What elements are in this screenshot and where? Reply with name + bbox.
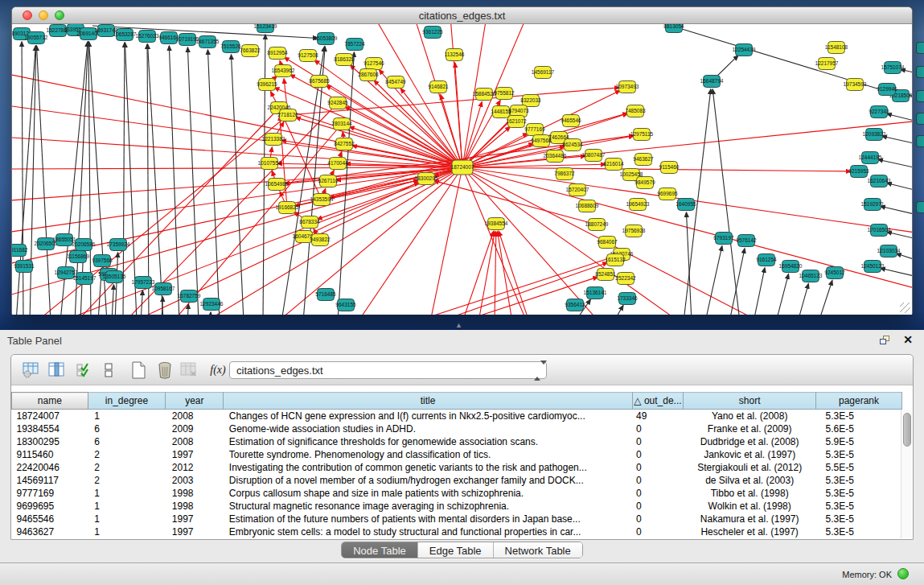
graph-node[interactable]: 10807487 <box>582 150 606 162</box>
table-row[interactable]: 977716911998Corpus callosum shape and si… <box>12 487 902 500</box>
column-header-year[interactable]: year <box>166 393 224 410</box>
graph-node[interactable]: 10465123 <box>799 270 823 282</box>
graph-node[interactable]: 16053809 <box>314 33 338 45</box>
graph-node[interactable]: 2522342 <box>615 273 636 285</box>
table-row[interactable]: 1938455462009Genome-wide association stu… <box>12 422 902 435</box>
graph-node[interactable]: 1448155 <box>491 106 511 118</box>
graph-node[interactable]: 10688609 <box>576 200 599 212</box>
graph-node[interactable]: 17359924 <box>107 239 130 251</box>
graph-node[interactable]: 17016504 <box>868 225 891 237</box>
table-row[interactable]: 969969511998Structural magnetic resonanc… <box>12 500 902 513</box>
graph-node[interactable]: 9227343 <box>869 106 889 118</box>
graph-node[interactable]: 9127508 <box>298 50 318 62</box>
scrollbar-thumb[interactable] <box>903 413 911 447</box>
window-resize-grip[interactable] <box>900 303 910 313</box>
graph-node[interactable]: 12213383 <box>262 134 285 146</box>
table-row[interactable]: 1872400712008Changes of HCN gene express… <box>12 410 902 423</box>
graph-node[interactable]: 15145197 <box>73 273 97 285</box>
graph-node[interactable]: 15123419 <box>254 24 277 33</box>
graph-node[interactable]: 9245012 <box>824 267 845 279</box>
graph-node[interactable]: 8912954 <box>267 47 288 60</box>
graph-node[interactable]: 9699695 <box>657 188 678 200</box>
graph-node[interactable]: 14671355 <box>196 36 220 48</box>
graph-node[interactable]: 9127546 <box>363 58 384 70</box>
column-header-name[interactable]: name <box>12 393 88 410</box>
graph-node[interactable]: 1733346 <box>617 293 638 305</box>
graph-node[interactable]: 10654985 <box>265 179 289 191</box>
vertical-scrollbar[interactable] <box>901 410 912 538</box>
graph-node[interactable]: 9356412 <box>565 299 585 311</box>
float-panel-icon[interactable] <box>880 336 891 346</box>
graph-node[interactable]: 7485083 <box>625 105 646 117</box>
graph-node[interactable]: 19384554 <box>485 218 508 230</box>
graph-node[interactable]: 16782759 <box>178 290 201 303</box>
graph-node[interactable]: 9391531 <box>14 261 35 273</box>
graph-node[interactable]: 9361225 <box>422 27 443 39</box>
graph-node[interactable]: 7986372 <box>554 168 575 180</box>
table-row[interactable]: 1456911722003Disruption of a novel membe… <box>12 474 902 487</box>
delete-icon[interactable] <box>154 360 175 381</box>
graph-node[interactable]: 7663822 <box>240 45 261 57</box>
table-row[interactable]: 911546021997Tourette syndrome. Phenomeno… <box>12 448 902 461</box>
graph-node[interactable]: 9129946 <box>877 84 897 96</box>
graph-node[interactable]: 8427552 <box>334 138 355 150</box>
graph-node[interactable]: 15192971 <box>861 199 885 211</box>
graph-node[interactable]: 8186328 <box>334 54 355 66</box>
graph-node[interactable]: 19654923 <box>626 199 650 211</box>
graph-node[interactable]: 18807249 <box>585 219 609 231</box>
row-height-icon[interactable] <box>98 360 119 381</box>
graph-node[interactable]: 6793197 <box>713 233 734 245</box>
graph-node[interactable]: 16954820 <box>779 261 803 273</box>
graph-node[interactable]: 10653287 <box>113 29 137 41</box>
graph-node[interactable]: 2803144 <box>331 118 352 130</box>
graph-node[interactable]: 10958167 <box>152 283 175 295</box>
graph-node[interactable]: 12093822 <box>863 129 886 141</box>
graph-node[interactable]: 19734593 <box>844 79 867 91</box>
graph-node[interactable]: 18724007 <box>451 160 474 175</box>
table-row[interactable]: 946554611997Estimation of the future num… <box>12 513 902 525</box>
column-show-icon[interactable] <box>47 360 68 381</box>
table-settings-icon[interactable] <box>21 360 42 381</box>
graph-node[interactable]: 9242845 <box>327 97 348 109</box>
graph-node[interactable]: 9576142 <box>736 235 757 247</box>
column-header-out_de[interactable]: △ out_de... <box>632 393 684 410</box>
graph-node[interactable]: 15884520 <box>473 89 496 101</box>
splitter-handle[interactable]: ▲ <box>455 321 462 329</box>
graph-node[interactable]: 9777169 <box>524 124 545 136</box>
table-select-dropdown[interactable]: citations_edges.txt <box>229 361 547 379</box>
graph-node[interactable]: 6497568 <box>531 135 552 147</box>
graph-node[interactable]: 19166825 <box>276 202 299 214</box>
graph-node[interactable]: 16210643 <box>868 175 891 187</box>
graph-node[interactable]: 9755812 <box>494 88 515 100</box>
graph-node[interactable]: 5716485 <box>315 289 336 301</box>
graph-node[interactable]: 15720407 <box>566 184 589 196</box>
close-panel-icon[interactable]: ✕ <box>903 333 913 346</box>
graph-node[interactable]: 4170044 <box>327 158 348 170</box>
column-header-pagerank[interactable]: pagerank <box>815 393 901 410</box>
graph-node[interactable]: 9161254 <box>756 254 777 266</box>
graph-node[interactable]: 12450123 <box>861 261 885 273</box>
graph-node[interactable]: 1615132 <box>605 254 626 266</box>
graph-node[interactable]: 20206586 <box>72 239 96 251</box>
graph-node[interactable]: 8454749 <box>385 76 406 89</box>
graph-node[interactable]: 5267110 <box>318 175 339 187</box>
graph-node[interactable]: 8813054 <box>663 24 684 33</box>
tab-network-table[interactable]: Network Table <box>494 542 582 558</box>
select-all-icon[interactable] <box>74 360 95 381</box>
function-builder-icon[interactable]: f(x) <box>207 360 228 381</box>
graph-node[interactable]: 1911682 <box>12 245 28 257</box>
column-header-title[interactable]: title <box>224 393 632 410</box>
graph-node[interactable]: 2867608 <box>358 69 379 81</box>
column-header-short[interactable]: short <box>684 393 816 410</box>
graph-node[interactable]: 1132546 <box>445 49 465 61</box>
table-row[interactable]: 1830029562008Estimation of significance … <box>12 435 902 448</box>
graph-node[interactable]: 10973493 <box>616 81 639 93</box>
delete-table-icon[interactable] <box>179 360 199 381</box>
graph-node[interactable]: 14353594 <box>310 194 334 206</box>
graph-node[interactable]: 9146821 <box>428 81 449 93</box>
new-file-icon[interactable] <box>129 360 150 381</box>
graph-node[interactable]: 14569117 <box>532 67 555 79</box>
graph-node[interactable]: 9465546 <box>561 115 581 127</box>
graph-node[interactable]: 12975115 <box>630 129 654 141</box>
graph-node[interactable]: 9849579 <box>634 177 655 189</box>
